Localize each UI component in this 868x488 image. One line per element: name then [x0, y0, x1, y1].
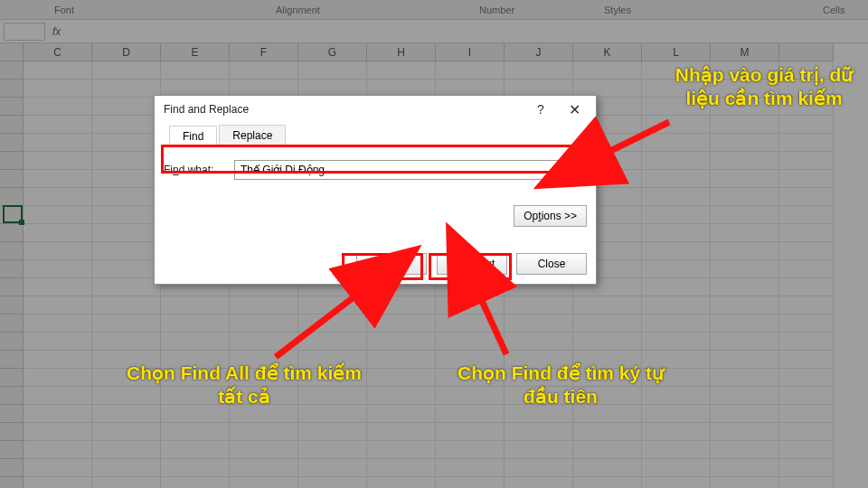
cell[interactable] [230, 423, 298, 441]
cell[interactable] [230, 296, 298, 314]
col-header[interactable]: E [161, 43, 230, 61]
col-header[interactable]: C [24, 43, 92, 61]
cell[interactable] [24, 61, 92, 80]
cell[interactable] [779, 351, 834, 369]
cell[interactable] [298, 61, 367, 80]
cell[interactable] [24, 477, 92, 488]
cell[interactable] [711, 206, 779, 224]
cell[interactable] [711, 278, 779, 296]
cell[interactable] [779, 170, 834, 188]
cell[interactable] [642, 134, 711, 152]
cell[interactable] [161, 423, 230, 441]
cell[interactable] [92, 61, 161, 80]
cell[interactable] [779, 116, 834, 134]
fill-handle[interactable] [19, 220, 24, 225]
cell[interactable] [779, 134, 834, 152]
col-header[interactable]: L [642, 43, 711, 61]
cell[interactable] [573, 459, 642, 477]
cell[interactable] [24, 405, 92, 423]
row-header[interactable] [0, 314, 24, 333]
cell[interactable] [711, 351, 779, 369]
row-header[interactable] [0, 423, 24, 441]
cell[interactable] [24, 188, 92, 206]
row-header[interactable] [0, 188, 24, 206]
cell[interactable] [24, 441, 92, 459]
row-header[interactable] [0, 116, 24, 134]
col-header[interactable]: D [92, 43, 161, 61]
cell[interactable] [367, 296, 436, 314]
tab-find[interactable]: Find [169, 126, 217, 147]
cell[interactable] [711, 441, 779, 459]
cell[interactable] [24, 459, 92, 477]
cell[interactable] [367, 333, 436, 351]
fx-label[interactable]: fx [52, 25, 61, 38]
cell[interactable] [230, 441, 298, 459]
cell[interactable] [779, 260, 834, 278]
cell[interactable] [161, 441, 230, 459]
formula-input[interactable] [68, 23, 868, 41]
cell[interactable] [24, 387, 92, 405]
cell[interactable] [24, 170, 92, 188]
cell[interactable] [298, 333, 367, 351]
col-header[interactable]: K [573, 43, 642, 61]
select-all-corner[interactable] [0, 43, 24, 61]
cell[interactable] [230, 61, 298, 80]
cell[interactable] [230, 459, 298, 477]
cell[interactable] [573, 296, 642, 314]
cell[interactable] [779, 423, 834, 441]
cell[interactable] [779, 459, 834, 477]
cell[interactable] [92, 260, 161, 278]
find-what-input[interactable] [235, 161, 570, 179]
cell[interactable] [711, 333, 779, 351]
row-header[interactable] [0, 224, 24, 242]
cell[interactable] [779, 387, 834, 405]
cell[interactable] [367, 351, 436, 369]
cell[interactable] [24, 80, 92, 98]
col-header[interactable]: F [230, 43, 298, 61]
cell[interactable] [298, 423, 367, 441]
cell[interactable] [24, 206, 92, 224]
cell[interactable] [779, 152, 834, 170]
cell[interactable] [24, 369, 92, 387]
cell[interactable] [92, 333, 161, 351]
cell[interactable] [436, 314, 505, 333]
cell[interactable] [573, 314, 642, 333]
cell[interactable] [711, 242, 779, 260]
cell[interactable] [436, 61, 505, 80]
cell[interactable] [92, 224, 161, 242]
find-what-combo[interactable]: ▾ [234, 160, 587, 180]
row-header[interactable] [0, 369, 24, 387]
cell[interactable] [642, 116, 711, 134]
row-header[interactable] [0, 278, 24, 296]
cell[interactable] [642, 260, 711, 278]
cell[interactable] [161, 296, 230, 314]
cell[interactable] [298, 459, 367, 477]
cell[interactable] [711, 405, 779, 423]
cell[interactable] [367, 61, 436, 80]
cell[interactable] [24, 152, 92, 170]
close-button[interactable]: Close [516, 253, 587, 275]
cell[interactable] [367, 387, 436, 405]
cell[interactable] [505, 314, 573, 333]
cell[interactable] [505, 61, 573, 80]
cell[interactable] [779, 441, 834, 459]
cell[interactable] [779, 369, 834, 387]
cell[interactable] [24, 260, 92, 278]
cell[interactable] [298, 441, 367, 459]
row-header[interactable] [0, 459, 24, 477]
row-header[interactable] [0, 134, 24, 152]
dialog-help-button[interactable]: ? [525, 102, 556, 117]
cell[interactable] [92, 441, 161, 459]
active-cell[interactable] [4, 206, 22, 222]
cell[interactable] [642, 242, 711, 260]
col-header[interactable] [779, 43, 834, 61]
cell[interactable] [230, 333, 298, 351]
cell[interactable] [573, 423, 642, 441]
find-next-button[interactable]: Find Next [437, 253, 507, 275]
cell[interactable] [642, 278, 711, 296]
cell[interactable] [642, 314, 711, 333]
col-header[interactable]: J [505, 43, 573, 61]
cell[interactable] [24, 314, 92, 333]
row-header[interactable] [0, 333, 24, 351]
cell[interactable] [711, 296, 779, 314]
